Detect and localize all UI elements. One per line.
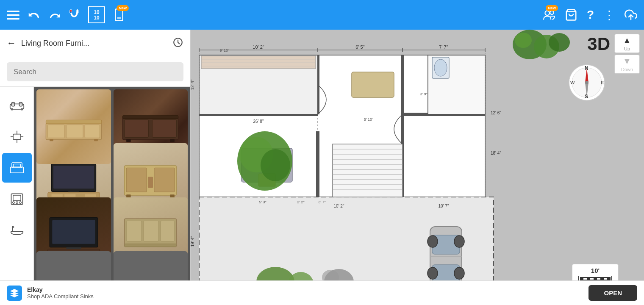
panel-header: ← Living Room Furni... bbox=[0, 30, 190, 57]
category-appliance[interactable] bbox=[2, 184, 32, 214]
svg-text:5' 3": 5' 3" bbox=[259, 200, 266, 204]
up-button[interactable]: ▲ Up bbox=[614, 34, 640, 53]
category-dining[interactable] bbox=[2, 122, 32, 151]
category-bar bbox=[0, 87, 34, 305]
canvas-area: 10' 2" 6' 5" 7' 7" 12' 4" 12' 6" 18' 4" … bbox=[191, 30, 644, 305]
svg-rect-81 bbox=[333, 144, 402, 197]
back-button[interactable]: ← bbox=[7, 38, 16, 49]
category-bath[interactable] bbox=[2, 216, 32, 245]
svg-rect-37 bbox=[85, 125, 100, 138]
users-icon-wrap[interactable]: New bbox=[543, 8, 555, 21]
svg-point-28 bbox=[12, 202, 14, 204]
svg-rect-35 bbox=[48, 125, 64, 138]
ad-banner: Elkay Shop ADA Compliant Sinks OPEN bbox=[0, 280, 644, 305]
svg-text:6' 5": 6' 5" bbox=[355, 44, 364, 50]
svg-text:12' 4": 12' 4" bbox=[191, 79, 195, 90]
svg-rect-57 bbox=[148, 177, 153, 188]
scale-label: 10' bbox=[591, 267, 600, 274]
toolbar: 10 10 New New bbox=[0, 0, 644, 30]
svg-point-154 bbox=[585, 81, 588, 84]
svg-rect-1 bbox=[7, 14, 19, 16]
svg-rect-91 bbox=[201, 56, 316, 69]
svg-text:9' 10": 9' 10" bbox=[220, 48, 229, 53]
svg-point-129 bbox=[261, 149, 290, 181]
svg-text:19' 4": 19' 4" bbox=[191, 236, 195, 247]
svg-rect-61 bbox=[52, 220, 95, 244]
svg-point-139 bbox=[427, 267, 438, 279]
help-icon[interactable]: ? bbox=[587, 8, 594, 22]
svg-text:5' 10": 5' 10" bbox=[364, 117, 373, 122]
svg-text:W: W bbox=[570, 80, 575, 85]
svg-text:N: N bbox=[585, 65, 588, 71]
3d-button[interactable]: 3D bbox=[587, 34, 610, 54]
svg-text:E: E bbox=[601, 80, 604, 85]
grid-item-1[interactable] bbox=[36, 89, 111, 164]
history-button[interactable] bbox=[172, 37, 183, 50]
svg-text:10' 7": 10' 7" bbox=[439, 204, 449, 208]
down-button[interactable]: ▼ Down bbox=[614, 55, 640, 74]
toolbar-right: New ? ⋮ bbox=[543, 8, 637, 22]
svg-rect-46 bbox=[170, 139, 175, 142]
svg-rect-38 bbox=[46, 120, 101, 124]
svg-rect-52 bbox=[64, 194, 75, 197]
grid-top-value: 10 bbox=[94, 10, 99, 15]
undo-button[interactable] bbox=[27, 8, 40, 21]
svg-rect-25 bbox=[13, 164, 20, 167]
svg-text:10' 2": 10' 2" bbox=[253, 44, 264, 50]
down-label: Down bbox=[621, 67, 633, 72]
svg-point-8 bbox=[545, 11, 550, 15]
svg-rect-65 bbox=[127, 221, 142, 241]
items-grid bbox=[34, 87, 190, 305]
grid-icon[interactable]: 10 10 bbox=[88, 6, 105, 23]
svg-rect-36 bbox=[66, 125, 83, 138]
content-row bbox=[0, 87, 190, 305]
svg-rect-39 bbox=[50, 139, 53, 141]
magnet-icon[interactable] bbox=[68, 8, 80, 21]
toolbar-left: 10 10 New bbox=[7, 6, 535, 23]
updown-controls: ▲ Up ▼ Down bbox=[614, 34, 640, 74]
menu-icon[interactable] bbox=[7, 8, 19, 21]
svg-rect-67 bbox=[161, 221, 175, 241]
svg-text:26' 8": 26' 8" bbox=[253, 119, 264, 124]
main-area: ← Living Room Furni... bbox=[0, 30, 644, 305]
svg-rect-68 bbox=[125, 244, 177, 247]
svg-point-140 bbox=[454, 267, 464, 279]
svg-point-33 bbox=[12, 226, 14, 228]
upload-icon[interactable] bbox=[625, 8, 637, 21]
svg-text:S: S bbox=[585, 94, 588, 100]
svg-rect-44 bbox=[123, 116, 178, 119]
category-sofa[interactable] bbox=[2, 90, 32, 120]
svg-rect-27 bbox=[13, 195, 21, 201]
category-tv-stand[interactable] bbox=[2, 153, 32, 183]
svg-point-125 bbox=[549, 33, 570, 52]
svg-rect-53 bbox=[85, 194, 96, 197]
more-options-icon[interactable]: ⋮ bbox=[603, 8, 615, 22]
redo-button[interactable] bbox=[47, 8, 60, 21]
svg-rect-66 bbox=[144, 221, 159, 241]
svg-text:3' 9": 3' 9" bbox=[420, 92, 427, 96]
svg-rect-62 bbox=[66, 247, 81, 249]
svg-rect-48 bbox=[53, 166, 94, 189]
cart-icon[interactable] bbox=[565, 8, 577, 21]
svg-rect-43 bbox=[153, 119, 177, 137]
search-input[interactable] bbox=[7, 62, 183, 81]
svg-text:18' 4": 18' 4" bbox=[491, 151, 501, 155]
svg-rect-2 bbox=[7, 18, 19, 20]
svg-point-137 bbox=[427, 236, 438, 247]
svg-point-30 bbox=[19, 202, 21, 204]
svg-rect-51 bbox=[51, 194, 62, 197]
svg-rect-42 bbox=[125, 119, 149, 137]
svg-point-138 bbox=[454, 236, 464, 247]
ad-description: Shop ADA Compliant Sinks bbox=[27, 293, 583, 299]
svg-point-126 bbox=[515, 33, 532, 48]
ad-open-button[interactable]: OPEN bbox=[588, 285, 637, 301]
ad-brand: Elkay bbox=[27, 286, 583, 293]
svg-text:3' 7": 3' 7" bbox=[318, 200, 325, 204]
new-feature-icon[interactable]: New bbox=[113, 8, 125, 21]
new-badge: New bbox=[117, 5, 129, 11]
svg-text:7' 7": 7' 7" bbox=[439, 44, 448, 50]
svg-text:10' 2": 10' 2" bbox=[334, 204, 344, 208]
users-new-badge: New bbox=[546, 5, 558, 11]
left-panel: ← Living Room Furni... bbox=[0, 30, 191, 305]
svg-point-99 bbox=[434, 59, 447, 76]
